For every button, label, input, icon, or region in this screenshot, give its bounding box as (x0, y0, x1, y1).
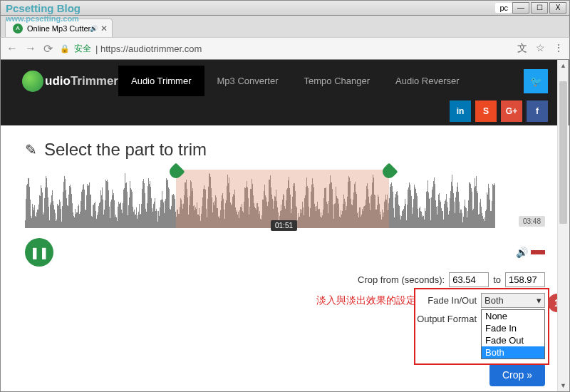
crop-form: Crop from (seconds): to 淡入與淡出效果的設定 Fade … (25, 272, 545, 324)
fade-option-both[interactable]: Both (482, 346, 544, 359)
url-field[interactable]: 🔒 安全 | https://audiotrimmer.com (60, 43, 510, 55)
window-maximize[interactable]: ☐ (531, 2, 548, 14)
selection-region[interactable] (176, 170, 389, 228)
stumbleupon-icon[interactable]: S (475, 100, 497, 122)
nav-audio-trimmer[interactable]: Audio Trimmer (118, 66, 204, 96)
nav-audio-reverser[interactable]: Audio Reverser (383, 66, 472, 96)
crop-to-label: to (493, 274, 501, 285)
site-header: udioTrimmer Audio Trimmer Mp3 Converter … (1, 60, 569, 125)
play-pause-button[interactable]: ❚❚ (25, 238, 53, 267)
page-scrollbar[interactable]: ▲ ▼ (557, 60, 569, 391)
total-time: 03:48 (519, 216, 545, 227)
nav-forward-icon: → (25, 42, 36, 55)
tab-sound-icon[interactable]: 🔊 (90, 25, 98, 32)
secure-label: 安全 (74, 43, 91, 55)
waveform[interactable]: 01:51 03:48 (25, 170, 545, 228)
menu-icon[interactable]: ⋮ (554, 42, 564, 55)
edit-icon: ✎ (25, 141, 37, 158)
fade-dropdown: None Fade In Fade Out Both (481, 309, 545, 359)
fade-select[interactable]: Both▾ (481, 293, 545, 308)
volume-slider[interactable] (531, 250, 545, 254)
twitter-icon[interactable]: 🐦 (524, 69, 548, 93)
fade-annotation: 淡入與淡出效果的設定 (316, 294, 416, 307)
tab-title: Online Mp3 Cutter (27, 24, 90, 33)
crop-to-input[interactable] (505, 272, 545, 287)
nav-mp3-converter[interactable]: Mp3 Converter (204, 66, 291, 96)
crop-from-input[interactable] (449, 272, 489, 287)
nav-reload-icon[interactable]: ⟳ (43, 42, 53, 56)
window-user: pc (495, 3, 512, 13)
output-format-label: Output Format (417, 314, 477, 324)
translate-icon[interactable]: ⽂ (517, 42, 527, 55)
window-titlebar: pc — ☐ X (0, 0, 570, 16)
favicon: A (13, 24, 23, 33)
googleplus-icon[interactable]: G+ (501, 100, 522, 122)
window-close[interactable]: X (549, 2, 566, 14)
facebook-icon[interactable]: f (527, 100, 548, 122)
scroll-thumb[interactable] (559, 81, 567, 224)
chevron-down-icon: ▾ (537, 295, 542, 306)
fade-option-fadeout[interactable]: Fade Out (482, 334, 544, 346)
browser-tab[interactable]: A Online Mp3 Cutter 🔊 ✕ (5, 19, 113, 37)
nav-tempo-changer[interactable]: Tempo Changer (291, 66, 383, 96)
fade-option-fadein[interactable]: Fade In (482, 322, 544, 334)
fade-option-none[interactable]: None (482, 310, 544, 322)
crop-button[interactable]: Crop » (489, 363, 545, 386)
nav-back-icon[interactable]: ← (6, 42, 18, 55)
tab-close-icon[interactable]: ✕ (100, 24, 108, 33)
browser-tabbar: A Online Mp3 Cutter 🔊 ✕ (0, 16, 570, 37)
crop-from-label: Crop from (seconds): (358, 274, 445, 285)
page-content: udioTrimmer Audio Trimmer Mp3 Converter … (0, 60, 570, 392)
window-minimize[interactable]: — (512, 2, 529, 14)
current-time: 01:51 (271, 220, 297, 231)
lock-icon: 🔒 (60, 44, 70, 53)
volume-icon[interactable]: 🔊 (516, 247, 528, 258)
page-title: ✎ Select the part to trim (25, 140, 545, 160)
site-logo[interactable]: udioTrimmer (22, 71, 118, 92)
scroll-down-icon[interactable]: ▼ (558, 380, 569, 391)
fade-label: Fade In/Out (428, 295, 477, 306)
browser-address-bar: ← → ⟳ 🔒 安全 | https://audiotrimmer.com ⽂ … (0, 37, 570, 60)
scroll-up-icon[interactable]: ▲ (558, 60, 569, 71)
logo-icon (22, 71, 43, 92)
linkedin-icon[interactable]: in (450, 100, 471, 122)
bookmark-icon[interactable]: ☆ (536, 42, 545, 55)
